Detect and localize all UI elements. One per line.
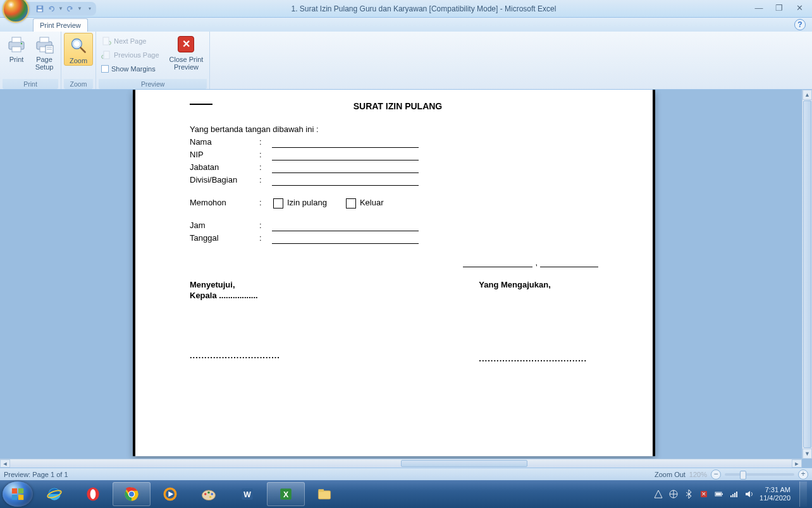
- svg-rect-52: [736, 492, 737, 497]
- svg-rect-16: [103, 37, 109, 45]
- security-icon[interactable]: ✕: [699, 489, 709, 499]
- svg-text:✕: ✕: [701, 491, 706, 497]
- approve-dot-line: ...............................: [190, 351, 280, 360]
- network-icon[interactable]: [668, 489, 679, 499]
- svg-rect-19: [18, 488, 23, 493]
- close-button[interactable]: ✕: [792, 4, 807, 14]
- svg-rect-1: [38, 9, 42, 11]
- save-icon[interactable]: [35, 4, 44, 13]
- zoom-out-button[interactable]: −: [711, 469, 721, 480]
- svg-point-34: [207, 492, 210, 494]
- taskbar-explorer[interactable]: [305, 482, 343, 506]
- titlebar: ▼ ▼ ▾ 1. Surat Izin Pulang Guru dan Kary…: [0, 0, 812, 18]
- show-desktop-button[interactable]: [799, 481, 807, 507]
- help-icon[interactable]: ?: [794, 19, 806, 30]
- svg-rect-18: [12, 488, 17, 493]
- taskbar-excel[interactable]: X: [267, 482, 305, 506]
- preview-viewport[interactable]: SURAT IZIN PULANG Yang bertanda tangan d…: [1, 90, 802, 459]
- svg-rect-51: [734, 493, 735, 497]
- battery-icon[interactable]: [714, 489, 724, 499]
- group-label-preview: Preview: [99, 79, 207, 89]
- vertical-scrollbar[interactable]: ▲ ▼: [802, 90, 812, 459]
- document-title: SURAT IZIN PULANG: [223, 101, 598, 111]
- wifi-icon[interactable]: [729, 489, 739, 499]
- close-icon: ✕: [178, 36, 194, 52]
- scroll-down-icon[interactable]: ▼: [803, 449, 812, 459]
- zoom-value: 120%: [689, 471, 707, 478]
- svg-rect-2: [38, 6, 41, 8]
- field-line: [272, 147, 419, 148]
- checkbox-izin: [273, 198, 283, 209]
- request-dot-line: .....................................: [479, 354, 587, 363]
- svg-rect-48: [716, 493, 721, 495]
- scroll-up-icon[interactable]: ▲: [803, 90, 812, 100]
- undo-icon[interactable]: [47, 4, 56, 13]
- scroll-right-icon[interactable]: ►: [792, 459, 802, 468]
- taskbar-paint[interactable]: [190, 482, 228, 506]
- taskbar-opera[interactable]: [74, 482, 112, 506]
- start-button[interactable]: [3, 481, 33, 507]
- field-label-divisi: Divisi/Bagian: [190, 174, 259, 186]
- print-button[interactable]: Print: [3, 33, 30, 64]
- show-margins-toggle[interactable]: Show Margins: [99, 62, 162, 76]
- svg-rect-4: [12, 37, 21, 42]
- intro-text: Yang bertanda tangan dibawah ini :: [190, 124, 319, 135]
- scroll-thumb[interactable]: [401, 460, 527, 467]
- magnifier-icon: [68, 35, 89, 56]
- svg-rect-8: [40, 37, 49, 42]
- svg-marker-53: [746, 491, 750, 497]
- scroll-thumb[interactable]: [803, 100, 811, 448]
- svg-rect-5: [12, 47, 21, 52]
- volume-icon[interactable]: [744, 489, 754, 499]
- page-preview: SURAT IZIN PULANG Yang bertanda tangan d…: [133, 90, 655, 456]
- svg-rect-21: [18, 495, 23, 500]
- checkbox-keluar: [346, 198, 356, 209]
- checkbox-icon: [101, 65, 109, 73]
- tab-print-preview[interactable]: Print Preview: [33, 18, 88, 32]
- close-preview-label: Close Print Preview: [169, 56, 204, 71]
- tray-clock[interactable]: 7:31 AM 11/4/2020: [760, 486, 790, 502]
- signature-right: Yang Mengajukan, .......................…: [479, 280, 598, 363]
- field-line: [272, 231, 419, 231]
- previous-page-icon: [101, 50, 111, 60]
- svg-point-33: [204, 493, 207, 495]
- field-label-memohon: Memohon: [190, 197, 259, 209]
- field-line: [272, 172, 419, 173]
- status-text: Preview: Page 1 of 1: [4, 471, 68, 478]
- statusbar: Preview: Page 1 of 1 Zoom Out 120% − +: [0, 468, 812, 480]
- page-setup-label: Page Setup: [35, 56, 54, 71]
- zoom-out-label[interactable]: Zoom Out: [655, 471, 686, 478]
- print-label: Print: [9, 56, 24, 63]
- bluetooth-icon[interactable]: [684, 489, 694, 499]
- tray-icon[interactable]: [653, 489, 663, 499]
- close-preview-button[interactable]: ✕ Close Print Preview: [166, 33, 207, 72]
- minimize-button[interactable]: —: [751, 4, 766, 14]
- show-margins-label: Show Margins: [111, 65, 156, 73]
- tray-time-text: 7:31 AM: [760, 486, 790, 494]
- approve-title: Menyetujui,: [190, 280, 280, 289]
- window-title: 1. Surat Izin Pulang Guru dan Karyawan […: [96, 4, 751, 13]
- taskbar-chrome[interactable]: [113, 482, 151, 506]
- scroll-left-icon[interactable]: ◄: [0, 459, 10, 468]
- window-controls: — ❐ ✕: [751, 4, 812, 14]
- taskbar-ie[interactable]: [35, 482, 73, 506]
- horizontal-scrollbar[interactable]: ◄ ►: [0, 459, 802, 468]
- tray-date-text: 11/4/2020: [760, 494, 790, 502]
- redo-icon[interactable]: [66, 4, 75, 13]
- svg-rect-42: [318, 489, 324, 492]
- svg-text:W: W: [243, 490, 251, 499]
- page-setup-icon: [34, 34, 54, 54]
- zoom-slider[interactable]: [725, 473, 794, 476]
- previous-page-button: Previous Page: [99, 48, 162, 62]
- zoom-button[interactable]: Zoom: [64, 33, 93, 66]
- svg-point-35: [211, 493, 214, 495]
- page-setup-button[interactable]: Page Setup: [30, 33, 58, 72]
- taskbar-word[interactable]: W: [228, 482, 266, 506]
- option-izin-label: Izin pulang: [287, 197, 327, 209]
- date-date-line: [540, 267, 598, 267]
- group-label-zoom: Zoom: [64, 79, 93, 89]
- group-label-print: Print: [3, 79, 58, 89]
- zoom-in-button[interactable]: +: [798, 469, 808, 480]
- maximize-button[interactable]: ❐: [772, 4, 787, 14]
- taskbar-media-player[interactable]: [151, 482, 189, 506]
